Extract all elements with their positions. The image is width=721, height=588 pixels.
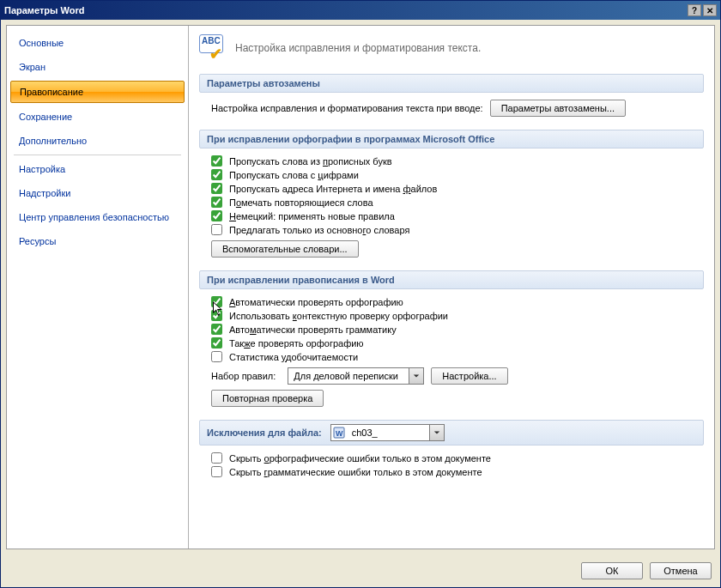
exceptions-option-checkbox[interactable] — [211, 452, 222, 464]
chevron-down-icon — [409, 368, 423, 384]
office-spelling-option-row[interactable]: Пропускать адреса Интернета и имена файл… — [211, 183, 697, 194]
word-spelling-option-row[interactable]: Статистика удобочитаемости — [211, 351, 697, 362]
section-header-word-spelling: При исправлении правописания в Word — [199, 270, 704, 289]
office-spelling-option-checkbox[interactable] — [211, 169, 222, 180]
word-spelling-option-row[interactable]: Автоматически проверять орфографию — [211, 296, 697, 307]
word-spelling-option-row[interactable]: Автоматически проверять грамматику — [211, 324, 697, 335]
word-spelling-option-checkbox[interactable] — [211, 324, 222, 335]
word-spelling-option-row[interactable]: Также проверять орфографию — [211, 337, 697, 349]
content-panel: ABC ✔ Настройка исправления и форматиров… — [189, 26, 714, 549]
dialog-window: Параметры Word ? ✕ Основные Экран Правоп… — [0, 0, 721, 588]
exceptions-option-row[interactable]: Скрыть орфографические ошибки только в э… — [211, 452, 697, 464]
content-header: ABC ✔ Настройка исправления и форматиров… — [199, 34, 704, 62]
autocorrect-desc: Настройка исправления и форматирования т… — [211, 103, 483, 113]
section-header-office-spelling: При исправлении орфографии в программах … — [199, 130, 704, 149]
exceptions-label: Исключения для файла: — [207, 427, 322, 438]
office-spelling-option-checkbox[interactable] — [211, 155, 222, 167]
word-spelling-option-label: Также проверять орфографию — [229, 338, 364, 349]
sidebar: Основные Экран Правописание Сохранение Д… — [7, 26, 189, 549]
ruleset-dropdown[interactable]: Для деловой переписки — [288, 367, 424, 385]
sidebar-item-customize[interactable]: Настройка — [10, 159, 185, 179]
custom-dictionaries-button[interactable]: Вспомогательные словари... — [211, 240, 359, 258]
word-doc-icon: W — [331, 427, 347, 439]
office-spelling-option-label: Пропускать адреса Интернета и имена файл… — [229, 184, 437, 194]
sidebar-item-addins[interactable]: Надстройки — [10, 183, 185, 203]
office-spelling-option-row[interactable]: Помечать повторяющиеся слова — [211, 197, 697, 208]
office-spelling-option-row[interactable]: Пропускать слова с цифрами — [211, 169, 697, 180]
office-spelling-option-checkbox[interactable] — [211, 197, 222, 208]
office-spelling-option-label: Немецкий: применять новые правила — [229, 211, 395, 221]
word-spelling-option-label: Статистика удобочитаемости — [229, 352, 358, 362]
office-spelling-option-checkbox[interactable] — [211, 224, 222, 235]
ruleset-label: Набор правил: — [211, 371, 276, 381]
section-header-exceptions: Исключения для файла: W ch03_ — [199, 420, 704, 446]
exceptions-option-label: Скрыть грамматические ошибки только в эт… — [229, 467, 482, 477]
content-subtitle: Настройка исправления и форматирования т… — [235, 42, 481, 54]
word-spelling-option-label: Автоматически проверять грамматику — [229, 324, 397, 335]
section-header-autocorrect: Параметры автозамены — [199, 74, 704, 93]
office-spelling-option-label: Пропускать слова из прописных букв — [229, 156, 392, 167]
office-spelling-option-row[interactable]: Немецкий: применять новые правила — [211, 210, 697, 221]
close-button[interactable]: ✕ — [703, 4, 717, 16]
dialog-body: Основные Экран Правописание Сохранение Д… — [6, 25, 715, 549]
word-spelling-option-checkbox[interactable] — [211, 351, 222, 362]
office-spelling-option-checkbox[interactable] — [211, 183, 222, 194]
section-body-word-spelling: Автоматически проверять орфографиюИсполь… — [199, 296, 704, 420]
cancel-button[interactable]: Отмена — [650, 562, 712, 579]
word-spelling-option-checkbox[interactable] — [211, 310, 222, 321]
ok-button[interactable]: ОК — [581, 562, 643, 579]
exceptions-file-dropdown[interactable]: W ch03_ — [330, 424, 445, 441]
section-body-autocorrect: Настройка исправления и форматирования т… — [199, 100, 704, 130]
exceptions-option-checkbox[interactable] — [211, 466, 222, 477]
exceptions-option-label: Скрыть орфографические ошибки только в э… — [229, 453, 491, 464]
exceptions-option-row[interactable]: Скрыть грамматические ошибки только в эт… — [211, 466, 697, 477]
word-spelling-option-label: Автоматически проверять орфографию — [229, 297, 403, 307]
sidebar-item-trust-center[interactable]: Центр управления безопасностью — [10, 207, 185, 227]
office-spelling-option-row[interactable]: Предлагать только из основного словаря — [211, 224, 697, 235]
office-spelling-option-row[interactable]: Пропускать слова из прописных букв — [211, 155, 697, 167]
office-spelling-option-label: Пропускать слова с цифрами — [229, 170, 359, 180]
section-body-office-spelling: Пропускать слова из прописных буквПропус… — [199, 155, 704, 270]
word-spelling-option-checkbox[interactable] — [211, 337, 222, 349]
title-bar: Параметры Word ? ✕ — [1, 1, 720, 20]
sidebar-item-proofing[interactable]: Правописание — [10, 81, 185, 103]
sidebar-separator — [14, 155, 181, 155]
word-spelling-option-row[interactable]: Использовать контекстную проверку орфогр… — [211, 310, 697, 321]
office-spelling-option-label: Помечать повторяющиеся слова — [229, 197, 373, 208]
recheck-button[interactable]: Повторная проверка — [211, 390, 324, 407]
help-button[interactable]: ? — [688, 4, 701, 16]
office-spelling-option-label: Предлагать только из основного словаря — [229, 225, 409, 235]
word-spelling-option-checkbox[interactable] — [211, 296, 222, 307]
sidebar-item-resources[interactable]: Ресурсы — [10, 231, 185, 252]
office-spelling-option-checkbox[interactable] — [211, 210, 222, 221]
chevron-down-icon — [429, 425, 444, 440]
grammar-settings-button[interactable]: Настройка... — [431, 367, 507, 385]
autocorrect-options-button[interactable]: Параметры автозамены... — [490, 100, 626, 117]
section-body-exceptions: Скрыть орфографические ошибки только в э… — [199, 452, 704, 490]
sidebar-item-general[interactable]: Основные — [10, 33, 185, 53]
sidebar-item-advanced[interactable]: Дополнительно — [10, 130, 185, 151]
window-title: Параметры Word — [4, 5, 686, 15]
sidebar-item-save[interactable]: Сохранение — [10, 106, 185, 127]
dialog-footer: ОК Отмена — [1, 555, 720, 587]
word-spelling-option-label: Использовать контекстную проверку орфогр… — [229, 311, 448, 321]
proofing-icon: ABC ✔ — [199, 34, 227, 62]
sidebar-item-display[interactable]: Экран — [10, 57, 185, 77]
svg-text:W: W — [336, 429, 343, 438]
